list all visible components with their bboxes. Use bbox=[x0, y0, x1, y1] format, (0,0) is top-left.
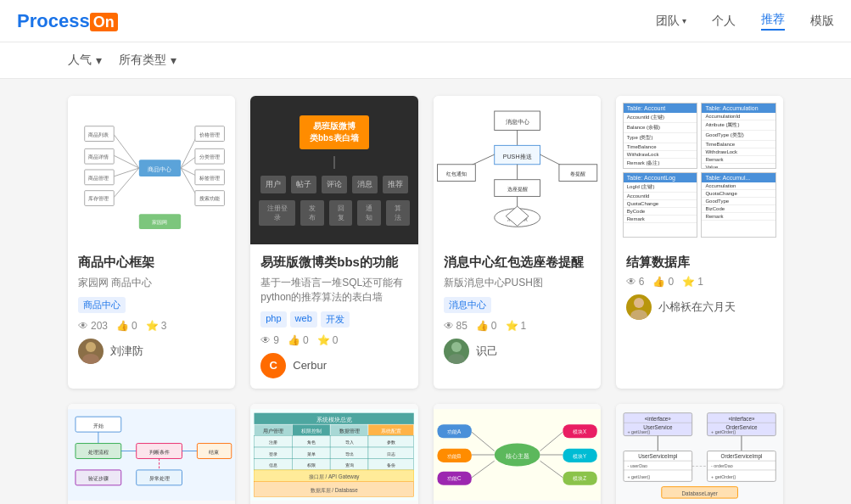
svg-text:数据管理: 数据管理 bbox=[339, 428, 360, 434]
svg-text:模块X: 模块X bbox=[573, 428, 587, 434]
view-count: 👁 85 bbox=[444, 320, 467, 332]
svg-text:菜单: 菜单 bbox=[307, 451, 316, 456]
author-name: 刘津防 bbox=[110, 344, 143, 359]
svg-text:导出: 导出 bbox=[345, 451, 354, 456]
svg-text:分类管理: 分类管理 bbox=[199, 154, 220, 160]
card-3-desc: 新版消息中心PUSH图 bbox=[444, 276, 591, 290]
svg-text:+ getUser(): + getUser() bbox=[627, 428, 650, 434]
filters-bar: 人气 ▾ 所有类型 ▾ bbox=[0, 42, 851, 79]
svg-text:系统模块总览: 系统模块总览 bbox=[316, 416, 352, 423]
logo[interactable]: ProcessOn bbox=[17, 10, 118, 32]
svg-line-5 bbox=[114, 155, 139, 168]
category-filter[interactable]: 所有类型 ▾ bbox=[119, 53, 176, 68]
card-2[interactable]: 易班版微博类bbs表白墙 用户 帖子 评论 消息 推荐 注册登录 发布 回复 通… bbox=[250, 96, 417, 389]
svg-text:导入: 导入 bbox=[345, 440, 354, 445]
like-count: 👍 0 bbox=[652, 276, 674, 288]
view-count: 👁 9 bbox=[260, 334, 279, 346]
svg-text:开始: 开始 bbox=[93, 422, 104, 428]
card-1-stats: 👁 203 👍 0 ⭐ 3 bbox=[78, 320, 225, 332]
svg-line-2 bbox=[114, 135, 139, 168]
bbs-sub-row: 用户 帖子 评论 消息 推荐 bbox=[260, 176, 408, 193]
svg-point-51 bbox=[634, 298, 644, 308]
svg-text:商品管理: 商品管理 bbox=[88, 175, 109, 181]
svg-text:角色: 角色 bbox=[307, 440, 316, 445]
card-4-stats: 👁 6 👍 0 ⭐ 1 bbox=[626, 276, 773, 288]
card-6-thumbnail: 系统模块总览 用户管理 权限控制 数据管理 系统配置 注册 角色 bbox=[250, 404, 417, 504]
svg-text:模块Z: 模块Z bbox=[573, 475, 586, 481]
bbs-main-node: 易班版微博类bbs表白墙 bbox=[300, 115, 369, 149]
like-count: 👍 0 bbox=[476, 320, 497, 332]
svg-text:«interface»: «interface» bbox=[728, 415, 755, 421]
db-table-1: Table: Account AccountId (主键) Balance (余… bbox=[623, 103, 698, 169]
card-2-title: 易班版微博类bbs的功能 bbox=[260, 255, 407, 271]
star-count: ⭐ 1 bbox=[506, 320, 527, 332]
chevron-down-icon: ▾ bbox=[682, 16, 686, 25]
svg-text:红包通知: 红包通知 bbox=[445, 171, 466, 176]
card-3[interactable]: 消息中心 PUSH推送 红包通知 选座提醒 卷提醒 bbox=[434, 96, 601, 389]
card-1-body: 商品中心框架 家园网 商品中心 商品中心 👁 203 👍 0 ⭐ 3 刘津防 bbox=[68, 244, 235, 374]
svg-text:核心主题: 核心主题 bbox=[504, 452, 529, 459]
svg-text:日志: 日志 bbox=[387, 451, 395, 456]
logo-text: ProcessOn bbox=[17, 10, 118, 32]
cards-grid: 商品中心 商品列表 商品详情 商品管理 库存管理 bbox=[68, 96, 783, 504]
card-6[interactable]: 系统模块总览 用户管理 权限控制 数据管理 系统配置 注册 角色 bbox=[250, 404, 417, 504]
svg-text:UserServiceImpl: UserServiceImpl bbox=[638, 453, 677, 460]
svg-text:- orderDao: - orderDao bbox=[711, 463, 733, 468]
card-2-author: C Cerbur bbox=[260, 353, 407, 378]
chevron-down-icon: ▾ bbox=[96, 53, 102, 67]
card-5[interactable]: 开始 处理流程 判断条件 结束 异常处理 bbox=[68, 404, 235, 504]
svg-text:- userDao: - userDao bbox=[627, 463, 647, 468]
svg-text:备份: 备份 bbox=[387, 462, 395, 468]
card-8-thumbnail: «interface» UserService + getUser() «int… bbox=[616, 404, 783, 504]
svg-text:商品中心: 商品中心 bbox=[148, 166, 171, 172]
svg-text:权限: 权限 bbox=[306, 462, 316, 468]
svg-text:权限控制: 权限控制 bbox=[300, 428, 322, 434]
card-7[interactable]: 核心主题 功能A 功能B 功能C bbox=[434, 404, 601, 504]
svg-text:功能B: 功能B bbox=[447, 452, 461, 458]
card-4[interactable]: Table: Account AccountId (主键) Balance (余… bbox=[616, 96, 783, 389]
svg-text:结束: 结束 bbox=[209, 449, 219, 455]
svg-text:库存管理: 库存管理 bbox=[88, 195, 109, 201]
svg-text:«interface»: «interface» bbox=[645, 415, 672, 421]
svg-text:注册: 注册 bbox=[269, 440, 277, 445]
svg-text:处理流程: 处理流程 bbox=[88, 449, 109, 455]
nav-team[interactable]: 团队 ▾ bbox=[656, 14, 686, 29]
nav-recommend[interactable]: 推荐 bbox=[761, 12, 785, 31]
svg-text:+ getOrder(): + getOrder() bbox=[711, 473, 736, 479]
card-4-author: 小棉袄在六月天 bbox=[626, 294, 773, 320]
tag: 消息中心 bbox=[444, 297, 491, 313]
view-count: 👁 6 bbox=[626, 276, 645, 288]
tag: 商品中心 bbox=[78, 297, 126, 313]
card-3-body: 消息中心红包选座卷提醒 新版消息中心PUSH图 消息中心 👁 85 👍 0 ⭐ … bbox=[434, 244, 601, 374]
card-4-title: 结算数据库 bbox=[626, 255, 773, 271]
author-name: Cerbur bbox=[293, 359, 327, 372]
popularity-filter[interactable]: 人气 ▾ bbox=[68, 53, 102, 68]
avatar bbox=[78, 339, 104, 364]
main-content: 商品中心 商品列表 商品详情 商品管理 库存管理 bbox=[0, 79, 851, 504]
svg-text:商品详情: 商品详情 bbox=[88, 154, 109, 160]
svg-text:商品列表: 商品列表 bbox=[88, 132, 109, 137]
header: ProcessOn 团队 ▾ 个人 推荐 模版 bbox=[0, 0, 851, 42]
nav-template[interactable]: 模版 bbox=[810, 14, 834, 29]
svg-text:判断条件: 判断条件 bbox=[149, 449, 170, 455]
db-table-4: Table: Accumul... Accumulation QuotaChan… bbox=[701, 172, 776, 238]
like-count: 👍 0 bbox=[116, 320, 137, 332]
svg-text:用户管理: 用户管理 bbox=[263, 428, 283, 434]
tag: php bbox=[260, 311, 286, 328]
star-count: ⭐ 0 bbox=[317, 334, 339, 346]
card-2-body: 易班版微博类bbs的功能 基于一堆语言一堆SQL还可能有python的推荐算法的… bbox=[250, 244, 417, 389]
svg-text:参数: 参数 bbox=[387, 440, 395, 445]
chevron-down-icon: ▾ bbox=[171, 53, 176, 67]
card-3-title: 消息中心红包选座卷提醒 bbox=[444, 255, 591, 271]
nav-personal[interactable]: 个人 bbox=[712, 14, 736, 29]
svg-text:接口层 / API Gateway: 接口层 / API Gateway bbox=[309, 473, 361, 479]
svg-text:搜索功能: 搜索功能 bbox=[199, 196, 220, 201]
svg-text:+ getOrder(): + getOrder() bbox=[711, 428, 736, 434]
svg-text:+ getUser(): + getUser() bbox=[627, 473, 650, 479]
card-1[interactable]: 商品中心 商品列表 商品详情 商品管理 库存管理 bbox=[68, 96, 235, 389]
avatar bbox=[444, 339, 469, 364]
card-8[interactable]: «interface» UserService + getUser() «int… bbox=[616, 404, 783, 504]
svg-text:价格管理: 价格管理 bbox=[199, 132, 220, 137]
bbs-sub-row-2: 注册登录 发布 回复 通知 算法 bbox=[259, 200, 409, 226]
svg-text:卷提醒: 卷提醒 bbox=[570, 171, 585, 176]
